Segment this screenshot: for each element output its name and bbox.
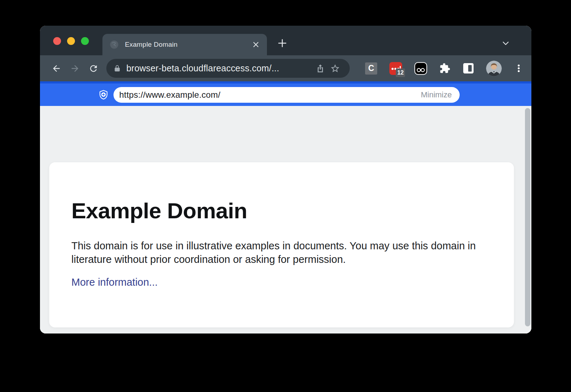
side-panel-icon[interactable] bbox=[463, 63, 474, 74]
macos-minimize-button[interactable] bbox=[67, 37, 75, 45]
desktop-background: Example Domain bbox=[0, 0, 571, 392]
extension-two-circles-icon[interactable] bbox=[414, 62, 427, 75]
tab-strip: Example Domain bbox=[40, 26, 531, 55]
scrollbar-thumb[interactable] bbox=[525, 108, 530, 326]
tab-close-icon[interactable] bbox=[251, 39, 261, 50]
remote-url-text[interactable]: https://www.example.com/ bbox=[119, 90, 419, 100]
remote-url-input[interactable]: https://www.example.com/ Minimize bbox=[113, 87, 460, 103]
macos-zoom-button[interactable] bbox=[81, 37, 89, 45]
bookmark-star-icon[interactable] bbox=[328, 61, 343, 76]
remote-browser-bar: https://www.example.com/ Minimize bbox=[40, 81, 531, 106]
tab-strip-chevron-down-icon[interactable] bbox=[499, 37, 512, 50]
page-paragraph: This domain is for use in illustrative e… bbox=[71, 239, 482, 266]
minimize-button[interactable]: Minimize bbox=[419, 90, 453, 100]
more-information-link[interactable]: More information... bbox=[71, 276, 158, 288]
page-viewport: Example Domain This domain is for use in… bbox=[40, 106, 531, 334]
tab-title: Example Domain bbox=[125, 41, 251, 49]
macos-close-button[interactable] bbox=[53, 37, 61, 45]
extension-badge-count: 12 bbox=[396, 68, 405, 77]
tab-favicon-globe-icon bbox=[110, 40, 119, 49]
profile-avatar[interactable] bbox=[486, 61, 502, 76]
address-url-text[interactable]: browser-beta.cloudflareaccess.com/... bbox=[126, 63, 313, 73]
address-bar[interactable]: browser-beta.cloudflareaccess.com/... bbox=[106, 59, 350, 78]
back-button[interactable] bbox=[47, 60, 66, 77]
extension-red-dots-icon[interactable]: 12 bbox=[389, 62, 402, 75]
lock-icon[interactable] bbox=[113, 65, 121, 72]
extension-c-label: C bbox=[368, 63, 374, 73]
browser-toolbar: browser-beta.cloudflareaccess.com/... C bbox=[40, 55, 531, 81]
extension-c-icon[interactable]: C bbox=[365, 62, 377, 75]
browser-tab[interactable]: Example Domain bbox=[102, 34, 267, 55]
browser-window: Example Domain bbox=[40, 26, 531, 334]
extensions-puzzle-icon[interactable] bbox=[439, 63, 450, 74]
shield-arrow-icon bbox=[98, 90, 109, 100]
reload-button[interactable] bbox=[84, 60, 103, 77]
page-title: Example Domain bbox=[71, 198, 247, 223]
forward-button[interactable] bbox=[66, 60, 84, 77]
extensions-area: C 12 bbox=[365, 61, 526, 76]
menu-kebab-icon[interactable] bbox=[514, 63, 524, 73]
share-icon[interactable] bbox=[313, 61, 328, 76]
new-tab-button[interactable] bbox=[276, 37, 289, 50]
content-card: Example Domain This domain is for use in… bbox=[49, 162, 514, 327]
